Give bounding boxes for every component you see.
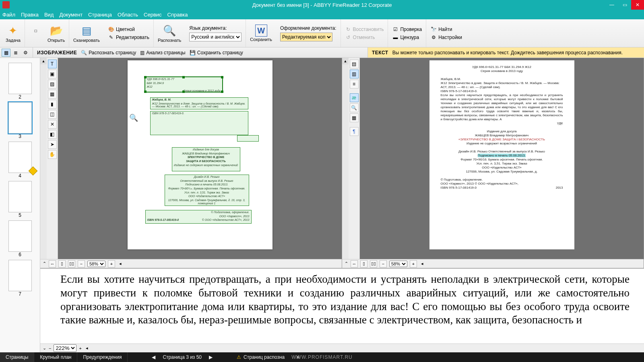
delete-area-tool[interactable]: ✕ [48,120,57,129]
thumb-page-7[interactable] [8,260,32,291]
text-zoom-select[interactable]: 58% [389,261,407,267]
image-scrollbar[interactable]: ▲ [40,58,47,268]
zoom-in-button[interactable]: + [108,260,115,267]
bg-area-tool[interactable]: ▨ [48,80,57,88]
menu-service[interactable]: Сервис [144,12,162,18]
verify-button[interactable]: ☑Проверка [392,26,422,33]
text-zone-6[interactable]: Дизайн И.В. Резько Ответственный за выпу… [165,175,249,206]
fit-page-button[interactable]: ▯ [58,260,66,267]
open-button[interactable]: 📂 Открыть [43,19,69,47]
show-pictures-tool[interactable]: 🔍 [350,103,359,112]
text-zone-1[interactable]: УДК 696.6+621.31-77 ББК 31.294.9 Ж12 Сер… [144,76,223,93]
tab-warnings[interactable]: Предупреждения [77,352,128,362]
table-area-tool[interactable]: ▦ [48,90,57,99]
menu-edit[interactable]: Правка [21,12,39,18]
wand-icon: ✦ [6,24,20,37]
thumb-page-5[interactable] [8,181,32,212]
recognition-area-tool[interactable]: ◫ [48,110,57,119]
task-button[interactable]: ✦ Задача [2,19,25,47]
text-zone-4[interactable] [237,135,259,142]
fit-width-button[interactable]: ↔ [49,260,56,267]
two-page-button[interactable]: ▯▯ [68,260,75,267]
save-icon: 💾 [190,50,196,56]
language-select[interactable]: Русский и английский [189,33,242,41]
undo-button[interactable]: ↺Отменить [345,34,384,41]
image-page[interactable]: 🔍 УДК 696.6+621.31-77 ББК 31.294.9 Ж12 С… [128,60,272,249]
menu-file[interactable]: Файл [2,12,15,18]
new-button[interactable]: ▫ [25,19,43,47]
text-zone-3[interactable]: ISBN 978-5-17-081419-0. [150,111,248,135]
censor-button[interactable]: ▬Цензура [392,34,422,41]
image-zoom-select[interactable]: 58% [87,261,105,267]
scroll-up-icon[interactable]: ▲ [342,58,349,64]
status-bar: Страницы Крупный план Предупреждения ◀ С… [0,352,644,362]
maximize-button[interactable]: ▭ [618,0,631,10]
thumb-page-6[interactable] [8,220,32,252]
view-list-button[interactable]: ≣ [11,49,20,57]
text-scrollbar[interactable]: ▲ [342,58,349,268]
view-thumbs-button[interactable]: ▦ [2,49,10,57]
layout-exact-tool[interactable]: ▤ [350,60,359,68]
layout-select[interactable]: Редактируемая копия [280,33,332,41]
text-area-tool[interactable]: T [48,60,57,68]
layout-plain-tool[interactable]: ≡ [350,80,359,88]
hand-tool[interactable]: ✋ [48,150,57,159]
text-page[interactable]: УДК 696.6+621.31-77 ББК 31.294.9 Ж12 Сер… [429,60,574,249]
tab-closeup[interactable]: Крупный план [34,352,77,362]
menu-document[interactable]: Документ [59,12,83,18]
read-button[interactable]: 🔍 Распознать [154,19,185,47]
two-page-button[interactable]: ▯▯ [370,260,377,267]
settings-button[interactable]: ⚙Настройки [430,34,462,41]
save-button[interactable]: W Сохранить [246,19,276,47]
thumb-page-4[interactable] [8,142,32,173]
pilcrow-tool[interactable]: ¶ [350,127,359,136]
analyze-page-button[interactable]: ▥Анализ страницы [140,50,186,56]
thumb-page-3[interactable] [8,102,32,134]
scroll-up-icon[interactable]: ▲ [40,58,47,64]
next-page-button[interactable]: ▶ [209,354,213,360]
menu-page[interactable]: Страница [88,12,112,18]
text-zone-2[interactable]: Жабцев, В. М. Ж12 Электричество в доме. … [150,97,248,109]
show-nonprint-tool[interactable]: ▦ [350,113,359,122]
thumb-page-2[interactable] [8,63,32,94]
scroll-left-icon[interactable]: ◂ [86,346,88,351]
scan-button[interactable]: ▤ Сканировать [69,19,104,47]
zoom-out-button[interactable]: − [78,260,85,267]
zoom-out-button[interactable]: − [380,260,387,267]
show-uncertain-tool[interactable]: æ [350,93,359,102]
close-button[interactable]: ✕ [631,0,644,10]
barcode-tool[interactable]: ▮ [48,100,57,109]
scroll-left-icon[interactable]: ◂ [119,261,122,266]
window-title: Документ без имени [3] - ABBYY FineReade… [252,2,392,8]
edit-image-button[interactable]: ✎Редактировать [108,34,149,41]
view-options-button[interactable]: ⚙ [21,49,30,57]
collapse-icon[interactable]: ⌃ [43,261,46,266]
scanner-icon: ▤ [80,24,93,37]
find-button[interactable]: 🔭Найти [430,26,462,33]
menu-view[interactable]: Вид [44,12,54,18]
prev-page-button[interactable]: ◀ [152,354,155,360]
layout-flow-tool[interactable]: ▥ [350,70,359,78]
fit-page-button[interactable]: ▯ [360,260,367,267]
zoom-out-button[interactable]: − [49,346,51,351]
save-page-button[interactable]: 💾Сохранить страницу [190,50,243,56]
image-area-tool[interactable]: ▣ [48,70,57,78]
eraser-tool[interactable]: ◧ [48,130,57,139]
text-zone-5[interactable]: Издание для досуга ЖАБЦЕВ Владимир Митро… [172,147,240,171]
scroll-left-icon[interactable]: ◂ [421,261,423,266]
menu-help[interactable]: Справка [167,12,188,18]
minimize-button[interactable]: — [605,0,618,10]
zoom-in-button[interactable]: + [79,346,81,351]
fit-width-button[interactable]: ↔ [351,260,358,267]
zoom-in-button[interactable]: + [410,260,417,267]
tab-pages[interactable]: Страницы [0,352,34,362]
collapse-icon[interactable]: ⌄ [43,346,46,351]
menu-area[interactable]: Область [118,12,138,18]
select-tool[interactable]: ➤ [48,140,57,149]
restore-button[interactable]: ↻Восстановить [345,26,384,33]
collapse-icon[interactable]: ⌃ [345,261,348,266]
zoom-select[interactable]: 222% [54,344,76,352]
recognize-page-button[interactable]: 🔍Распознать страницу [81,50,136,56]
color-mode-button[interactable]: 🎨Цветной [108,26,149,33]
text-zone-7[interactable]: © Подготовка, оформление. ООО «Харвест»,… [145,210,252,224]
